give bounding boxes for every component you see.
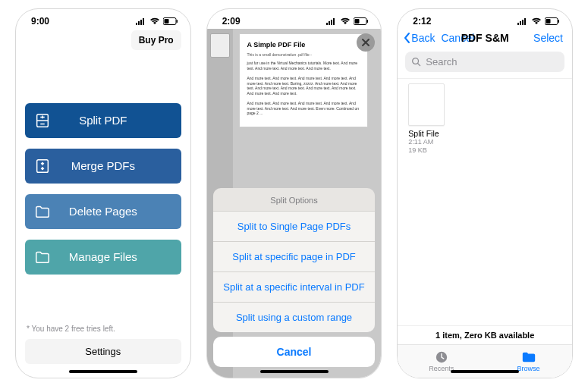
back-button[interactable]: Back [402,32,435,44]
file-item[interactable]: Split File 2:11 AM 19 KB [408,83,460,155]
status-time: 2:09 [222,16,241,27]
home-indicator[interactable] [260,370,329,373]
home-indicator[interactable] [451,370,519,373]
svg-rect-0 [136,23,137,25]
pdf-subtitle: This is a small demonstration .pdf file … [247,52,360,58]
svg-rect-6 [176,20,178,23]
storage-summary: 1 item, Zero KB available [398,325,572,344]
search-placeholder: Search [426,56,457,67]
settings-button[interactable]: Settings [25,339,181,364]
status-icons [326,17,369,25]
manage-files-button[interactable]: Manage Files [25,240,181,275]
svg-rect-18 [522,20,524,25]
signal-icon [517,17,528,25]
status-bar: 9:00 [16,9,190,29]
svg-rect-19 [524,18,526,25]
page-thumb[interactable] [210,33,230,58]
svg-rect-22 [558,20,560,23]
sheet-title: Split Options [213,188,376,211]
split-custom-range-option[interactable]: Split using a custom range [213,302,376,332]
split-pdf-label: Split PDF [57,114,172,127]
delete-pages-button[interactable]: Delete Pages [25,194,181,229]
status-bar: 2:09 [207,9,382,29]
tries-note: * You have 2 free tries left. [25,325,181,333]
merge-pdfs-button[interactable]: Merge PDFs [25,149,181,184]
pdf-paragraph: And more text. And more text. And more t… [247,76,360,96]
svg-rect-15 [367,20,369,23]
search-input[interactable]: Search [405,52,564,72]
status-bar: 2:12 [398,9,572,29]
file-size: 19 KB [408,146,460,155]
status-icons [136,17,178,25]
split-pdf-button[interactable]: Split PDF [25,103,181,138]
phone-files: 2:12 Back Cancel PDF S&M Select Search [397,8,573,378]
file-thumbnail [408,83,445,126]
file-name: Split File [408,129,460,138]
svg-rect-10 [329,21,330,25]
svg-rect-14 [355,19,360,24]
close-icon [361,38,370,47]
pdf-title: A Simple PDF File [247,40,360,49]
chevron-left-icon [402,32,411,44]
svg-rect-9 [326,23,328,25]
home-indicator[interactable] [69,370,137,373]
back-label: Back [411,32,435,44]
action-sheet: Split Options Split to Single Page PDFs … [213,188,376,367]
wifi-icon [149,17,160,25]
pdf-page: A Simple PDF File This is a small demons… [239,33,368,128]
status-time: 2:12 [413,16,431,27]
svg-rect-2 [140,20,142,25]
pdf-paragraph: just for use in the Virtual Mechanics tu… [247,61,360,71]
svg-rect-3 [143,18,144,25]
merge-pdfs-label: Merge PDFs [57,159,172,172]
nav-title: PDF S&M [461,32,509,44]
select-button[interactable]: Select [533,32,563,44]
svg-rect-1 [138,21,140,25]
svg-rect-12 [333,18,335,25]
battery-icon [163,17,178,25]
wifi-icon [340,17,351,25]
phone-home: 9:00 Buy Pro Split PDF Merge PDFs [15,8,191,378]
svg-rect-5 [164,19,168,24]
split-single-page-option[interactable]: Split to Single Page PDFs [213,211,376,241]
folder-icon [521,350,536,364]
status-icons [517,17,560,25]
folder-icon [34,249,57,265]
pdf-paragraph: And more text. And more text. And more t… [247,101,360,116]
split-specific-page-option[interactable]: Split at specific page in PDF [213,241,376,271]
split-icon [34,112,57,129]
search-icon [411,57,421,67]
close-button[interactable] [357,33,375,52]
wifi-icon [531,17,542,25]
status-time: 9:00 [31,16,49,27]
merge-icon [34,158,57,174]
svg-rect-17 [520,21,521,25]
cancel-button[interactable]: Cancel [213,337,376,367]
tab-browse-label: Browse [517,365,540,372]
battery-icon [354,17,369,25]
svg-rect-8 [37,159,49,172]
buy-pro-button[interactable]: Buy Pro [131,30,181,50]
folder-icon [34,203,57,220]
manage-files-label: Manage Files [57,250,172,263]
clock-icon [434,350,449,364]
svg-rect-16 [517,23,519,25]
phone-split-options: 2:09 A Simple PDF File This is a small d… [206,8,382,378]
split-interval-option[interactable]: Split at a specific interval in PDF [213,271,376,302]
svg-rect-21 [546,19,551,24]
svg-rect-11 [331,20,332,25]
delete-pages-label: Delete Pages [57,205,172,218]
battery-icon [545,17,560,25]
file-time: 2:11 AM [408,138,460,147]
signal-icon [136,17,146,25]
signal-icon [326,17,337,25]
